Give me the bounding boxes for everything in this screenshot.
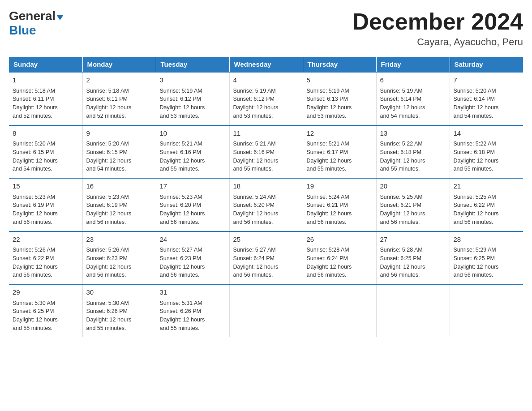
daylight-line: Daylight: 12 hours: [454, 210, 499, 217]
daylight-minutes: and 54 minutes.: [380, 113, 420, 119]
daylight-line: Daylight: 12 hours: [454, 264, 499, 270]
calendar-subtitle: Cayara, Ayacucho, Peru: [352, 36, 523, 48]
day-number: 25: [233, 235, 299, 245]
sunrise-line: Sunrise: 5:25 AM: [380, 194, 423, 200]
sunrise-line: Sunrise: 5:20 AM: [13, 141, 55, 147]
daylight-line: Daylight: 12 hours: [13, 317, 58, 323]
daylight-line: Daylight: 12 hours: [307, 210, 352, 217]
sunset-line: Sunset: 6:24 PM: [233, 255, 275, 261]
sunrise-line: Sunrise: 5:23 AM: [86, 194, 129, 200]
sunset-line: Sunset: 6:22 PM: [454, 202, 495, 208]
sunset-line: Sunset: 6:11 PM: [13, 96, 54, 102]
sunrise-line: Sunrise: 5:22 AM: [380, 141, 423, 147]
sunrise-line: Sunrise: 5:27 AM: [233, 247, 276, 253]
sunrise-line: Sunrise: 5:21 AM: [160, 141, 202, 147]
daylight-minutes: and 56 minutes.: [160, 219, 200, 225]
calendar-cell: 5Sunrise: 5:19 AMSunset: 6:13 PMDaylight…: [303, 72, 376, 125]
calendar-cell: 3Sunrise: 5:19 AMSunset: 6:12 PMDaylight…: [156, 72, 229, 125]
day-header-thursday: Thursday: [303, 57, 376, 72]
calendar-header-row: SundayMondayTuesdayWednesdayThursdayFrid…: [9, 57, 523, 72]
daylight-minutes: and 56 minutes.: [160, 272, 200, 278]
daylight-line: Daylight: 12 hours: [233, 210, 279, 217]
day-number: 28: [454, 235, 520, 245]
calendar-week-row: 8Sunrise: 5:20 AMSunset: 6:15 PMDaylight…: [9, 125, 523, 179]
daylight-line: Daylight: 12 hours: [160, 158, 205, 164]
day-number: 2: [86, 75, 152, 86]
sunset-line: Sunset: 6:23 PM: [160, 255, 201, 261]
day-number: 15: [13, 181, 79, 192]
calendar-cell: 30Sunrise: 5:30 AMSunset: 6:26 PMDayligh…: [82, 284, 156, 337]
calendar-cell: [303, 284, 376, 337]
daylight-minutes: and 54 minutes.: [454, 113, 493, 119]
sunrise-line: Sunrise: 5:19 AM: [307, 88, 349, 94]
daylight-minutes: and 55 minutes.: [13, 325, 52, 331]
calendar-cell: 27Sunrise: 5:28 AMSunset: 6:25 PMDayligh…: [376, 231, 450, 285]
calendar-cell: 6Sunrise: 5:19 AMSunset: 6:14 PMDaylight…: [376, 72, 450, 125]
daylight-minutes: and 56 minutes.: [233, 272, 273, 278]
sunrise-line: Sunrise: 5:27 AM: [160, 247, 202, 253]
day-number: 20: [380, 181, 446, 192]
calendar-week-row: 22Sunrise: 5:26 AMSunset: 6:22 PMDayligh…: [9, 231, 523, 285]
daylight-minutes: and 54 minutes.: [86, 166, 126, 172]
daylight-minutes: and 56 minutes.: [86, 272, 126, 278]
calendar-cell: [376, 284, 450, 337]
daylight-line: Daylight: 12 hours: [307, 264, 352, 270]
sunrise-line: Sunrise: 5:20 AM: [454, 88, 496, 94]
daylight-minutes: and 55 minutes.: [454, 166, 493, 172]
sunset-line: Sunset: 6:14 PM: [380, 96, 421, 102]
daylight-minutes: and 52 minutes.: [86, 113, 126, 119]
sunrise-line: Sunrise: 5:28 AM: [380, 247, 423, 253]
daylight-line: Daylight: 12 hours: [86, 210, 132, 217]
calendar-week-row: 1Sunrise: 5:18 AMSunset: 6:11 PMDaylight…: [9, 72, 523, 125]
calendar-cell: 7Sunrise: 5:20 AMSunset: 6:14 PMDaylight…: [450, 72, 523, 125]
calendar-cell: 18Sunrise: 5:24 AMSunset: 6:20 PMDayligh…: [229, 178, 303, 231]
sunset-line: Sunset: 6:20 PM: [233, 202, 275, 208]
sunset-line: Sunset: 6:26 PM: [86, 308, 128, 314]
daylight-line: Daylight: 12 hours: [13, 210, 58, 217]
day-number: 13: [380, 128, 446, 139]
day-header-monday: Monday: [82, 57, 156, 72]
daylight-line: Daylight: 12 hours: [13, 264, 58, 270]
sunset-line: Sunset: 6:17 PM: [307, 149, 348, 155]
sunrise-line: Sunrise: 5:30 AM: [13, 300, 55, 306]
calendar-cell: 10Sunrise: 5:21 AMSunset: 6:16 PMDayligh…: [156, 125, 229, 179]
calendar-cell: 13Sunrise: 5:22 AMSunset: 6:18 PMDayligh…: [376, 125, 450, 179]
sunrise-line: Sunrise: 5:30 AM: [86, 300, 129, 306]
sunrise-line: Sunrise: 5:19 AM: [160, 88, 202, 94]
sunrise-line: Sunrise: 5:25 AM: [454, 194, 496, 200]
daylight-line: Daylight: 12 hours: [86, 264, 132, 270]
sunset-line: Sunset: 6:23 PM: [86, 255, 128, 261]
sunrise-line: Sunrise: 5:23 AM: [160, 194, 202, 200]
day-number: 29: [13, 287, 79, 298]
daylight-line: Daylight: 12 hours: [233, 104, 279, 111]
day-header-saturday: Saturday: [450, 57, 523, 72]
day-number: 23: [86, 235, 152, 245]
sunset-line: Sunset: 6:25 PM: [380, 255, 421, 261]
daylight-minutes: and 55 minutes.: [380, 166, 420, 172]
daylight-line: Daylight: 12 hours: [160, 264, 205, 270]
day-number: 3: [160, 75, 226, 86]
daylight-line: Daylight: 12 hours: [13, 104, 58, 111]
sunrise-line: Sunrise: 5:31 AM: [160, 300, 202, 306]
calendar-cell: 8Sunrise: 5:20 AMSunset: 6:15 PMDaylight…: [9, 125, 82, 179]
sunset-line: Sunset: 6:12 PM: [233, 96, 275, 102]
title-section: December 2024 Cayara, Ayacucho, Peru: [352, 9, 523, 48]
daylight-minutes: and 56 minutes.: [13, 219, 52, 225]
sunset-line: Sunset: 6:16 PM: [233, 149, 275, 155]
daylight-line: Daylight: 12 hours: [380, 210, 425, 217]
day-number: 6: [380, 75, 446, 86]
day-header-tuesday: Tuesday: [156, 57, 229, 72]
daylight-minutes: and 55 minutes.: [160, 166, 200, 172]
daylight-line: Daylight: 12 hours: [160, 210, 205, 217]
sunset-line: Sunset: 6:13 PM: [307, 96, 348, 102]
daylight-line: Daylight: 12 hours: [380, 158, 425, 164]
logo: General Blue: [9, 9, 64, 38]
calendar-cell: 23Sunrise: 5:26 AMSunset: 6:23 PMDayligh…: [82, 231, 156, 285]
day-number: 9: [86, 128, 152, 139]
day-header-wednesday: Wednesday: [229, 57, 303, 72]
sunset-line: Sunset: 6:21 PM: [307, 202, 348, 208]
calendar-table: SundayMondayTuesdayWednesdayThursdayFrid…: [9, 57, 523, 337]
sunrise-line: Sunrise: 5:20 AM: [86, 141, 129, 147]
daylight-line: Daylight: 12 hours: [160, 317, 205, 323]
sunrise-line: Sunrise: 5:18 AM: [13, 88, 55, 94]
